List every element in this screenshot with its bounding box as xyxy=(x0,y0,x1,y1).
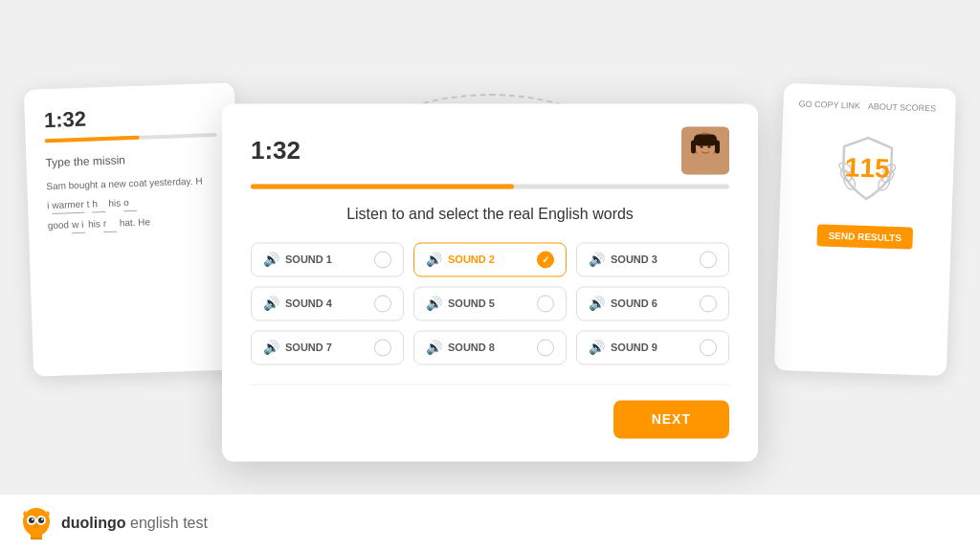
speaker-icon: 🔊 xyxy=(426,340,442,355)
check-icon-7 xyxy=(374,339,391,356)
svg-point-17 xyxy=(29,518,34,523)
check-icon-2: ✓ xyxy=(537,251,554,268)
sound-btn-7[interactable]: 🔊SOUND 7 xyxy=(251,330,404,364)
check-icon-8 xyxy=(537,339,554,356)
left-card-progress-bar xyxy=(45,133,217,143)
sound-label-7: SOUND 7 xyxy=(285,342,332,353)
check-icon-4 xyxy=(374,295,391,312)
main-instruction: Listen to and select the real English wo… xyxy=(251,206,729,223)
sound-label-1: SOUND 1 xyxy=(285,253,332,265)
main-progress-bar xyxy=(251,184,729,188)
check-icon-1 xyxy=(374,251,391,268)
check-icon-6 xyxy=(700,295,717,312)
next-btn-container: NEXT xyxy=(251,400,729,438)
duolingo-owl-icon xyxy=(19,506,54,540)
main-header: 1:32 xyxy=(251,126,729,174)
sound-grid: 🔊SOUND 1🔊SOUND 2✓🔊SOUND 3🔊SOUND 4🔊SOUND … xyxy=(251,242,729,364)
speaker-icon: 🔊 xyxy=(589,340,605,355)
sound-btn-2[interactable]: 🔊SOUND 2✓ xyxy=(413,242,567,276)
sound-label-8: SOUND 8 xyxy=(448,342,495,353)
bottom-bar: duolingo english test xyxy=(0,494,980,551)
speaker-icon: 🔊 xyxy=(589,296,605,311)
left-card-text: Sam bought a new coat yesterday. H i war… xyxy=(46,173,220,234)
speaker-icon: 🔊 xyxy=(426,296,442,311)
logo-brand: duolingo xyxy=(61,515,126,531)
sound-btn-3[interactable]: 🔊SOUND 3 xyxy=(576,242,729,276)
avatar xyxy=(681,126,729,174)
left-card-progress-fill xyxy=(45,136,140,143)
check-icon-9 xyxy=(700,339,717,356)
svg-rect-14 xyxy=(715,140,720,153)
next-button[interactable]: NEXT xyxy=(613,400,729,438)
main-card: 1:32 Listen to and select the real Engli… xyxy=(222,103,758,461)
main-progress-fill xyxy=(251,184,514,188)
score-number: 115 xyxy=(844,152,890,185)
sound-btn-5[interactable]: 🔊SOUND 5 xyxy=(413,286,567,320)
sound-btn-8[interactable]: 🔊SOUND 8 xyxy=(413,330,567,364)
shield-container: 115 xyxy=(828,129,907,209)
speaker-icon: 🔊 xyxy=(263,296,279,311)
sound-label-4: SOUND 4 xyxy=(285,298,332,309)
sound-label-6: SOUND 6 xyxy=(611,298,657,309)
right-bg-card: GO COPY LINK ABOUT SCORES 115 SEND RESUL… xyxy=(774,83,956,376)
svg-rect-13 xyxy=(691,140,696,153)
avatar-image xyxy=(681,126,729,174)
sound-label-2: SOUND 2 xyxy=(448,253,495,265)
speaker-icon: 🔊 xyxy=(589,252,605,267)
main-timer: 1:32 xyxy=(251,136,681,165)
left-card-subtitle: Type the missin xyxy=(45,150,217,169)
logo-text: duolingo english test xyxy=(61,515,208,532)
svg-point-9 xyxy=(692,151,719,174)
copy-link-action[interactable]: GO COPY LINK xyxy=(798,99,860,110)
svg-point-18 xyxy=(38,518,44,523)
left-card-timer: 1:32 xyxy=(44,102,217,133)
speaker-icon: 🔊 xyxy=(263,340,279,355)
check-icon-3 xyxy=(700,251,717,268)
right-card-actions: GO COPY LINK ABOUT SCORES xyxy=(798,99,940,113)
logo-suffix: english test xyxy=(126,515,208,531)
sound-btn-9[interactable]: 🔊SOUND 9 xyxy=(576,330,729,364)
send-results-button[interactable]: SEND RESULTS xyxy=(816,224,913,249)
sound-btn-6[interactable]: 🔊SOUND 6 xyxy=(576,286,729,320)
svg-point-19 xyxy=(32,518,33,520)
left-bg-card: 1:32 Type the missin Sam bought a new co… xyxy=(24,82,244,376)
sound-btn-1[interactable]: 🔊SOUND 1 xyxy=(251,242,404,276)
svg-rect-12 xyxy=(694,134,717,145)
sound-btn-4[interactable]: 🔊SOUND 4 xyxy=(251,286,404,320)
duolingo-logo: duolingo english test xyxy=(19,506,208,540)
sound-label-5: SOUND 5 xyxy=(448,298,495,309)
divider xyxy=(251,384,729,385)
sound-label-3: SOUND 3 xyxy=(611,253,657,265)
score-area: 115 SEND RESULTS xyxy=(793,127,939,250)
sound-label-9: SOUND 9 xyxy=(611,342,657,353)
speaker-icon: 🔊 xyxy=(263,252,279,267)
about-scores-action[interactable]: ABOUT SCORES xyxy=(868,101,937,113)
speaker-icon: 🔊 xyxy=(426,252,442,267)
check-icon-5 xyxy=(537,295,554,312)
svg-point-20 xyxy=(41,518,43,520)
